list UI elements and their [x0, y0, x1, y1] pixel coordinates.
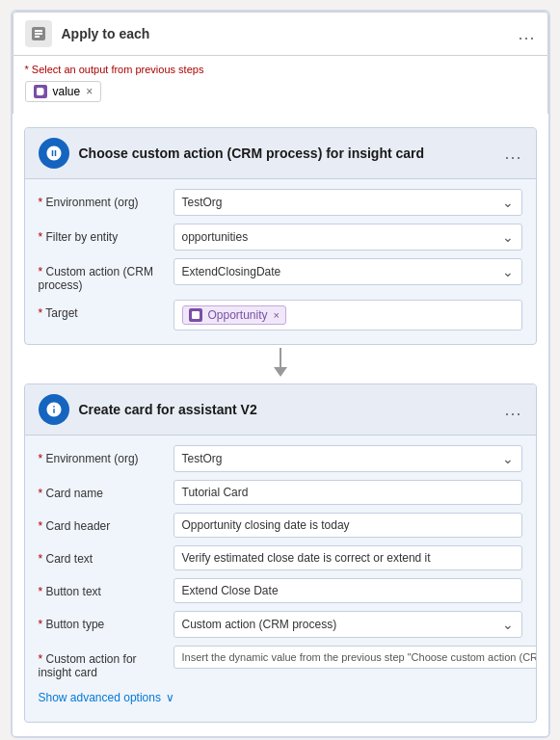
env-dropdown-arrow-1: ⌄	[502, 195, 514, 210]
create-card-v2-title: Create card for assistant V2	[79, 402, 495, 417]
custom-action-card-body: * Environment (org) TestOrg ⌄ * Filter b…	[25, 179, 536, 344]
custom-action-insight-label: * Custom action for insight card	[39, 646, 164, 679]
custom-action-insight-field[interactable]: Insert the dynamic value from the previo…	[173, 646, 537, 669]
value-tag-remove[interactable]: ×	[86, 85, 93, 98]
target-tag-icon	[189, 308, 202, 322]
create-card-v2-header: Create card for assistant V2 ...	[25, 384, 536, 436]
env-dropdown-2[interactable]: TestOrg ⌄	[173, 445, 522, 472]
env-dropdown-arrow-2: ⌄	[502, 451, 514, 466]
create-card-v2: Create card for assistant V2 ... * Envir…	[24, 383, 537, 723]
card-text-label: * Card text	[39, 545, 164, 566]
arrow-line	[274, 348, 287, 377]
filter-entity-arrow: ⌄	[502, 229, 514, 245]
target-row: * Target Opportunity ×	[39, 300, 522, 330]
card-name-label: * Card name	[39, 480, 164, 500]
target-tag-text: Opportunity	[208, 308, 268, 322]
target-field[interactable]: Opportunity ×	[173, 300, 522, 330]
target-tag: Opportunity ×	[182, 305, 286, 325]
connector-line	[280, 348, 281, 367]
apply-to-each-container: Apply to each ... * Select an output fro…	[11, 10, 550, 738]
filter-entity-label: * Filter by entity	[39, 224, 164, 244]
create-card-v2-more[interactable]: ...	[504, 400, 521, 420]
env-row-2: * Environment (org) TestOrg ⌄	[39, 445, 522, 472]
env-row-1: * Environment (org) TestOrg ⌄	[39, 189, 522, 216]
card-header-row: * Card header Opportunity closing date i…	[39, 513, 522, 538]
target-tag-remove[interactable]: ×	[274, 309, 280, 321]
apply-to-each-header: Apply to each ...	[13, 12, 548, 56]
button-type-label: * Button type	[39, 611, 164, 631]
button-type-dropdown[interactable]: Custom action (CRM process) ⌄	[173, 611, 522, 638]
card-header-value: Opportunity closing date is today	[182, 518, 350, 532]
filter-entity-row: * Filter by entity opportunities ⌄	[39, 224, 522, 251]
value-tag-text: value	[53, 85, 81, 98]
custom-action-card: Choose custom action (CRM process) for i…	[24, 127, 537, 345]
filter-entity-dropdown[interactable]: opportunities ⌄	[173, 224, 522, 251]
apply-more-icon[interactable]: ...	[518, 24, 535, 44]
create-card-v2-body: * Environment (org) TestOrg ⌄ * Card nam…	[25, 436, 536, 722]
svg-rect-1	[192, 311, 200, 319]
apply-to-each-icon	[25, 20, 52, 47]
value-tag-icon	[34, 85, 47, 98]
card-name-field[interactable]: Tutorial Card	[173, 480, 522, 505]
create-card-v2-icon	[39, 394, 69, 425]
card-header-field[interactable]: Opportunity closing date is today	[173, 513, 522, 538]
apply-to-each-title: Apply to each	[62, 26, 509, 41]
connector-arrowhead	[274, 367, 287, 377]
button-text-field[interactable]: Extend Close Date	[173, 578, 522, 603]
card-name-value: Tutorial Card	[182, 486, 249, 499]
select-output-section: * Select an output from previous steps v…	[13, 56, 548, 114]
env-label-2: * Environment (org)	[39, 445, 164, 465]
target-label: * Target	[39, 300, 164, 320]
card-text-value: Verify estimated close date is correct o…	[182, 551, 431, 565]
custom-action-crm-arrow: ⌄	[502, 264, 514, 279]
apply-inner: Choose custom action (CRM process) for i…	[13, 114, 548, 736]
custom-action-insight-value: Insert the dynamic value from the previo…	[182, 651, 537, 663]
custom-action-insight-row: * Custom action for insight card Insert …	[39, 646, 522, 679]
env-label-1: * Environment (org)	[39, 189, 164, 209]
custom-action-crm-value: ExtendClosingDate	[182, 265, 281, 278]
custom-action-crm-dropdown[interactable]: ExtendClosingDate ⌄	[173, 258, 522, 285]
env-value-1: TestOrg	[182, 196, 223, 209]
value-tag[interactable]: value ×	[25, 81, 102, 102]
card-text-field[interactable]: Verify estimated close date is correct o…	[173, 545, 522, 570]
custom-action-card-header: Choose custom action (CRM process) for i…	[25, 128, 536, 179]
button-type-row: * Button type Custom action (CRM process…	[39, 611, 522, 638]
select-output-label: * Select an output from previous steps	[25, 64, 536, 75]
custom-action-crm-row: * Custom action (CRM process) ExtendClos…	[39, 258, 522, 292]
card-header-label: * Card header	[39, 513, 164, 533]
custom-action-card-title: Choose custom action (CRM process) for i…	[79, 145, 495, 161]
button-text-label: * Button text	[39, 578, 164, 598]
env-value-2: TestOrg	[182, 452, 223, 465]
filter-entity-value: opportunities	[182, 230, 249, 244]
card-text-row: * Card text Verify estimated close date …	[39, 545, 522, 570]
button-type-arrow: ⌄	[502, 617, 514, 632]
env-dropdown-1[interactable]: TestOrg ⌄	[173, 189, 522, 216]
card-name-row: * Card name Tutorial Card	[39, 480, 522, 505]
arrow-connector	[24, 345, 537, 380]
show-advanced-chevron: ∨	[166, 691, 174, 704]
show-advanced-button[interactable]: Show advanced options ∨	[39, 687, 522, 708]
button-text-value: Extend Close Date	[182, 584, 279, 597]
button-text-row: * Button text Extend Close Date	[39, 578, 522, 603]
show-advanced-label: Show advanced options	[39, 691, 161, 704]
button-type-value: Custom action (CRM process)	[182, 618, 337, 631]
custom-action-crm-label: * Custom action (CRM process)	[39, 258, 164, 292]
custom-action-more-icon[interactable]: ...	[504, 144, 521, 164]
custom-action-card-icon	[39, 138, 69, 169]
